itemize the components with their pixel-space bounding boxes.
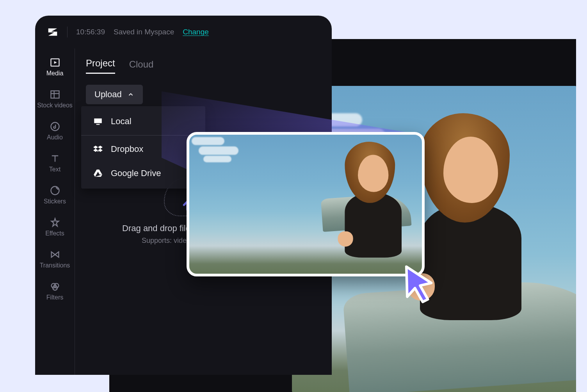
sidebar-item-transitions[interactable]: Transitions <box>35 247 75 271</box>
sidebar-item-filters[interactable]: Filters <box>35 279 75 303</box>
app-logo-icon <box>47 26 59 38</box>
computer-icon <box>93 116 103 127</box>
filters-icon <box>50 281 60 292</box>
google-drive-icon <box>93 168 103 178</box>
effects-icon <box>50 217 60 228</box>
chevron-up-icon <box>127 91 134 98</box>
svg-rect-2 <box>51 91 59 98</box>
divider <box>67 27 68 37</box>
drag-preview-thumbnail[interactable] <box>187 132 425 276</box>
saved-location-label: Saved in Myspace <box>114 28 174 36</box>
menu-item-label: Google Drive <box>111 168 161 178</box>
saved-time: 10:56:39 <box>76 28 105 36</box>
sidebar-item-label: Effects <box>45 230 64 237</box>
menu-item-label: Local <box>111 116 132 127</box>
sidebar-item-label: Filters <box>46 294 64 301</box>
sidebar-item-label: Transitions <box>40 262 70 269</box>
sidebar-item-effects[interactable]: Effects <box>35 215 75 239</box>
panel-tabs: Project Cloud <box>86 58 321 74</box>
tab-project[interactable]: Project <box>86 58 115 74</box>
sidebar-item-label: Audio <box>47 134 63 141</box>
sidebar-item-label: Stock videos <box>37 102 73 109</box>
audio-icon <box>50 121 60 132</box>
sidebar-item-media[interactable]: Media <box>35 55 75 79</box>
divider <box>81 135 205 135</box>
menu-item-label: Dropbox <box>111 144 143 154</box>
cursor-icon <box>401 262 444 305</box>
sidebar-item-label: Text <box>49 166 60 173</box>
tab-cloud[interactable]: Cloud <box>129 59 154 74</box>
sidebar-item-audio[interactable]: Audio <box>35 119 75 143</box>
svg-rect-11 <box>94 118 102 123</box>
svg-point-6 <box>51 187 59 195</box>
sidebar-item-text[interactable]: Text <box>35 151 75 175</box>
upload-button[interactable]: Upload <box>86 85 143 104</box>
stock-videos-icon <box>50 89 60 100</box>
subject-person <box>329 142 413 260</box>
sidebar-item-stickers[interactable]: Stickers <box>35 183 75 207</box>
upload-option-local[interactable]: Local <box>81 109 205 134</box>
sidebar: Media Stock videos Audio Text Stickers <box>35 48 75 375</box>
text-icon <box>50 153 60 164</box>
transitions-icon <box>50 249 60 260</box>
sidebar-item-label: Stickers <box>44 198 66 205</box>
editor-topbar: 10:56:39 Saved in Myspace Change <box>35 16 332 48</box>
change-location-link[interactable]: Change <box>183 28 209 36</box>
stickers-icon <box>50 185 60 196</box>
media-icon <box>50 57 60 68</box>
dropbox-icon <box>93 144 103 154</box>
stage: Player <box>0 0 587 392</box>
upload-button-label: Upload <box>94 89 122 100</box>
sidebar-item-stock-videos[interactable]: Stock videos <box>35 87 75 111</box>
svg-rect-12 <box>96 124 100 125</box>
sidebar-item-label: Media <box>46 70 64 77</box>
